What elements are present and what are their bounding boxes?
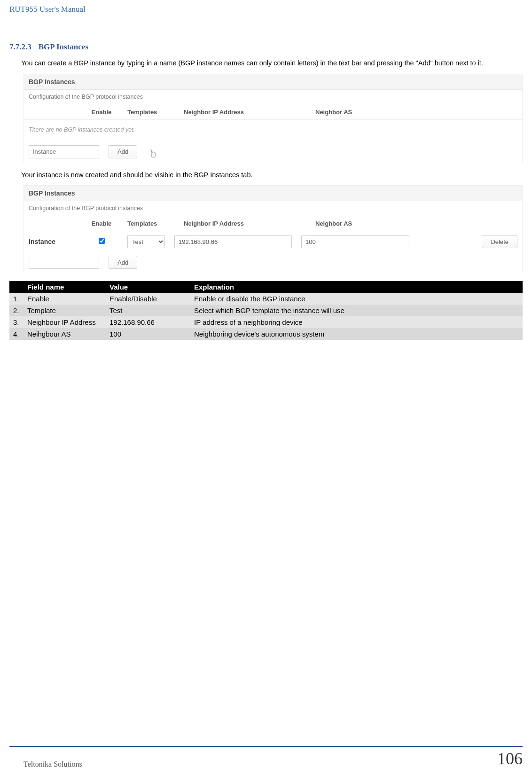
intro-paragraph-2: Your instance is now created and should … [9, 171, 523, 180]
instance-row: Instance Test Delete [24, 231, 522, 252]
bgp-instances-panel-empty: BGP Instances Configuration of the BGP p… [23, 74, 523, 162]
neighbor-ip-input[interactable] [174, 235, 292, 248]
cell-field: Neihgbour AS [23, 328, 106, 340]
enable-checkbox[interactable] [99, 238, 105, 244]
col-neighbor-as: Neighbor AS [315, 109, 438, 116]
cell-num: 3. [9, 316, 23, 328]
bgp-instances-panel-populated: BGP Instances Configuration of the BGP p… [23, 185, 523, 273]
table-row: 1. Enable Enable/Disable Enable or disab… [9, 293, 523, 305]
th-value: Value [106, 281, 190, 293]
cell-num: 2. [9, 305, 23, 316]
cell-expl: Select which BGP template the instance w… [190, 305, 523, 316]
delete-button[interactable]: Delete [482, 235, 517, 248]
cell-expl: IP address of a neighboring device [190, 316, 523, 328]
table-row: 4. Neihgbour AS 100 Neighboring device's… [9, 328, 523, 340]
th-field-name: Field name [23, 281, 106, 293]
field-explanation-table: Field name Value Explanation 1. Enable E… [9, 281, 523, 340]
panel-title: BGP Instances [24, 74, 522, 90]
section-title: BGP Instances [39, 42, 88, 51]
section-heading: 7.7.2.3BGP Instances [9, 42, 523, 52]
add-button[interactable]: Add [109, 256, 137, 269]
cell-expl: Neighboring device's autonomous system [190, 328, 523, 340]
instance-name-input[interactable] [29, 145, 99, 158]
col-neighbor-ip: Neighbor IP Address [184, 109, 306, 116]
cell-field: Neighbour IP Address [23, 316, 106, 328]
instance-name-input[interactable] [29, 256, 99, 269]
panel-header-row: Enable Templates Neighbor IP Address Nei… [24, 105, 522, 120]
col-enable: Enable [85, 109, 118, 116]
col-neighbor-as: Neighbor AS [315, 220, 438, 227]
table-row: 2. Template Test Select which BGP templa… [9, 305, 523, 316]
cell-num: 4. [9, 328, 23, 340]
document-header-title: RUT955 User's Manual [9, 5, 523, 14]
cell-value: Enable/Disable [106, 293, 190, 305]
cell-value: Test [106, 305, 190, 316]
footer-divider [9, 746, 523, 747]
add-button[interactable]: Add [109, 145, 137, 158]
cell-expl: Enable or disable the BGP instance [190, 293, 523, 305]
cell-value: 192.168.90.66 [106, 316, 190, 328]
instance-name-label: Instance [29, 238, 76, 245]
intro-paragraph-1: You can create a BGP instance by typing … [9, 59, 523, 68]
footer-company: Teltonika Solutions [9, 760, 82, 769]
th-explanation: Explanation [190, 281, 523, 293]
cell-num: 1. [9, 293, 23, 305]
table-row: 3. Neighbour IP Address 192.168.90.66 IP… [9, 316, 523, 328]
empty-message: There are no BGP instances created yet. [24, 120, 522, 141]
col-templates: Templates [127, 220, 174, 227]
cell-field: Template [23, 305, 106, 316]
panel-title: BGP Instances [24, 186, 522, 201]
page-footer: Teltonika Solutions 106 [9, 746, 523, 769]
section-number: 7.7.2.3 [9, 42, 31, 52]
panel-subtitle: Configuration of the BGP protocol instan… [24, 90, 522, 105]
col-enable: Enable [85, 220, 118, 227]
panel-subtitle: Configuration of the BGP protocol instan… [24, 201, 522, 216]
page-number: 106 [497, 749, 523, 769]
panel-header-row: Enable Templates Neighbor IP Address Nei… [24, 216, 522, 231]
neighbor-as-input[interactable] [301, 235, 409, 248]
cell-field: Enable [23, 293, 106, 305]
cell-value: 100 [106, 328, 190, 340]
col-templates: Templates [127, 109, 174, 116]
col-neighbor-ip: Neighbor IP Address [184, 220, 306, 227]
cursor-pointer-icon [149, 149, 157, 160]
th-number [9, 281, 23, 293]
template-select[interactable]: Test [127, 235, 165, 248]
